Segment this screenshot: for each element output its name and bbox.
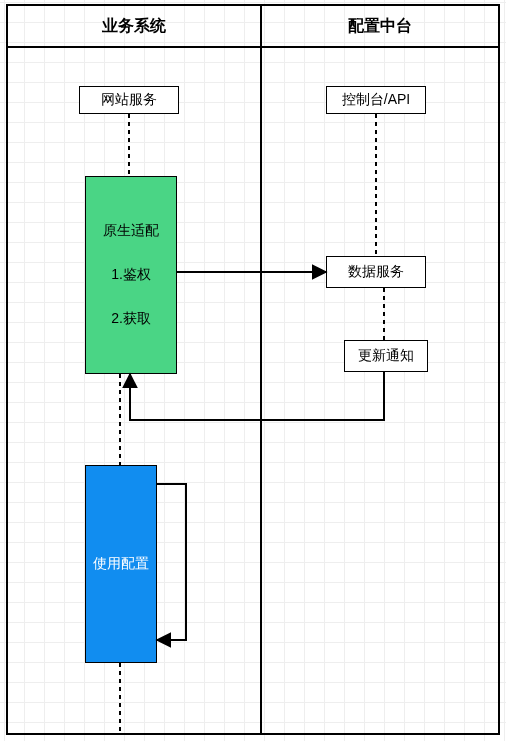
- node-step2: 2.获取: [111, 310, 151, 328]
- diagram-canvas: 业务系统 配置中台 网站服务 控制台/API 原生适配 1.鉴权 2.获取 数据…: [0, 0, 506, 741]
- node-website-service: 网站服务: [79, 86, 179, 114]
- node-data-service: 数据服务: [326, 256, 426, 288]
- node-native-adapter: 原生适配 1.鉴权 2.获取: [85, 176, 177, 374]
- node-label: 数据服务: [348, 263, 404, 281]
- node-use-config: 使用配置: [85, 465, 157, 663]
- swimlane-label-left: 业务系统: [102, 16, 166, 37]
- swimlane-header-left: 业务系统: [8, 6, 260, 46]
- node-update-notice: 更新通知: [344, 340, 428, 372]
- swimlane-header-right: 配置中台: [262, 6, 498, 46]
- node-step1: 1.鉴权: [111, 266, 151, 284]
- node-label: 控制台/API: [342, 91, 410, 109]
- node-console-api: 控制台/API: [326, 86, 426, 114]
- swimlane-label-right: 配置中台: [348, 16, 412, 37]
- swimlane-header-divider: [8, 46, 498, 48]
- node-label: 网站服务: [101, 91, 157, 109]
- node-title: 原生适配: [103, 222, 159, 240]
- node-label: 使用配置: [93, 555, 149, 573]
- swimlane-divider: [260, 6, 262, 733]
- node-label: 更新通知: [358, 347, 414, 365]
